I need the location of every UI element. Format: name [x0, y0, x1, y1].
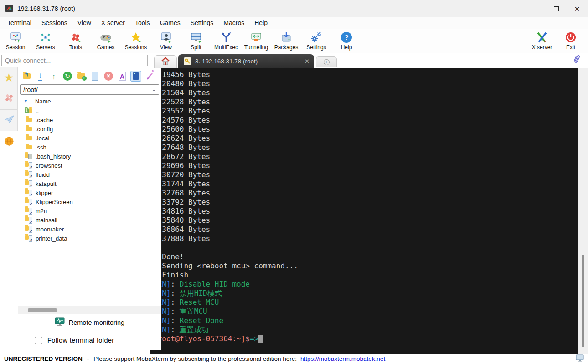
scrollbar-thumb[interactable] — [28, 308, 57, 312]
follow-terminal-folder-checkbox[interactable] — [35, 337, 42, 344]
mobatek-link[interactable]: https://mobaxterm.mobatek.net — [300, 355, 385, 362]
terminal-line: > Done! — [153, 252, 578, 261]
home-tab[interactable] — [154, 55, 177, 68]
tools-button[interactable]: Tools — [61, 29, 91, 53]
file-row[interactable]: printer_data — [25, 234, 161, 243]
file-list-header[interactable]: ▼ Name — [18, 96, 161, 106]
xserver-icon — [536, 31, 548, 43]
rename-icon[interactable]: A — [117, 71, 128, 82]
menu-item[interactable]: Terminal — [2, 17, 36, 29]
file-row[interactable]: moonraker — [25, 225, 161, 234]
file-row[interactable]: m2u — [25, 206, 161, 215]
file-name: .ssh — [36, 144, 46, 151]
file-name: katapult — [36, 180, 57, 187]
file-name: crowsnest — [36, 162, 62, 169]
new-file-icon[interactable] — [89, 71, 100, 82]
menu-item[interactable]: Games — [155, 17, 186, 29]
remote-monitoring-button[interactable]: Remote monitoring — [18, 314, 161, 331]
sftp-horizontal-scrollbar[interactable] — [18, 306, 161, 314]
unregistered-label: UNREGISTERED VERSION — [4, 355, 83, 362]
file-row[interactable]: katapult — [25, 179, 161, 188]
file-row[interactable]: crowsnest — [25, 161, 161, 170]
menu-item[interactable]: X server — [96, 17, 130, 29]
app-window: 192.168.31.78 (root) ✕ TerminalSessionsV… — [0, 0, 588, 364]
settings-button[interactable]: Settings — [301, 29, 331, 53]
menu-item[interactable]: Settings — [186, 17, 219, 29]
tunneling-icon — [250, 31, 262, 43]
status-monitor-icon — [576, 354, 584, 363]
wand-icon[interactable] — [144, 71, 155, 82]
view-button[interactable]: View — [151, 29, 181, 53]
xserver-button[interactable]: X server — [526, 29, 558, 53]
upload-icon[interactable]: ↑ — [48, 71, 59, 82]
menu-item[interactable]: Help — [249, 17, 273, 29]
scrollbar-thumb[interactable] — [582, 255, 584, 347]
terminal[interactable]: . 19456 Bytes. 20480 Bytes. 21504 Bytes.… — [150, 68, 578, 354]
new-folder-icon[interactable]: + — [76, 71, 87, 82]
packages-icon — [280, 31, 292, 43]
session-button[interactable]: Session — [0, 29, 31, 53]
multiexec-button[interactable]: MultiExec — [211, 29, 241, 53]
exit-button[interactable]: Exit — [558, 29, 583, 53]
file-row[interactable]: fluidd — [25, 170, 161, 179]
menu-item[interactable]: Macros — [218, 17, 249, 29]
file-icon — [25, 162, 32, 169]
sidebar-tab-sessions[interactable]: ★ — [0, 67, 18, 88]
menu-item[interactable]: Tools — [130, 17, 155, 29]
maximize-button[interactable] — [546, 0, 567, 17]
games-button[interactable]: Games — [91, 29, 121, 53]
paperclip-icon[interactable] — [572, 54, 581, 66]
active-session-tab[interactable]: 3. 192.168.31.78 (root) ✕ — [178, 54, 314, 68]
multiexec-icon — [220, 31, 232, 43]
path-dropdown[interactable]: /root/ ⌄ — [20, 84, 159, 95]
file-name: .local — [36, 135, 49, 142]
menubar: TerminalSessionsViewX serverToolsGamesSe… — [0, 17, 588, 29]
terminal-line: . 32768 Bytes — [153, 189, 578, 198]
maximize-icon — [554, 6, 559, 11]
file-row[interactable]: .ssh — [25, 143, 161, 152]
view-icon — [160, 31, 172, 43]
tunneling-button[interactable]: Tunneling — [241, 29, 271, 53]
file-row[interactable]: .cache — [25, 115, 161, 124]
refresh-icon[interactable]: ↻ — [62, 71, 73, 82]
file-row[interactable]: .. — [25, 106, 161, 115]
servers-button[interactable]: Servers — [31, 29, 61, 53]
sidebar-tab-tools[interactable] — [0, 88, 18, 110]
menu-item[interactable]: Sessions — [36, 17, 72, 29]
split-button[interactable]: Split — [181, 29, 211, 53]
terminal-scrollbar[interactable] — [578, 68, 588, 354]
sort-arrow-icon: ▼ — [24, 99, 28, 103]
delete-icon[interactable]: ✕ — [103, 71, 114, 82]
file-icon — [25, 127, 32, 131]
terminal-cursor — [258, 335, 263, 343]
help-button[interactable]: ? Help — [331, 29, 361, 53]
close-button[interactable]: ✕ — [567, 0, 588, 17]
file-icon — [25, 235, 32, 242]
macros-plane-icon — [4, 114, 15, 127]
quick-connect-input[interactable] — [1, 55, 148, 66]
file-row[interactable]: .config — [25, 124, 161, 133]
terminal-line: . 25600 Bytes — [153, 125, 578, 134]
file-name: .bash_history — [36, 153, 71, 160]
tab-close-icon[interactable]: ✕ — [304, 58, 309, 65]
file-row[interactable]: KlipperScreen — [25, 197, 161, 206]
packages-button[interactable]: Packages — [271, 29, 301, 53]
file-row[interactable]: mainsail — [25, 215, 161, 225]
minimize-button[interactable] — [525, 0, 546, 17]
sidebar-tab-sftp[interactable] — [0, 131, 18, 153]
menu-item[interactable]: View — [72, 17, 96, 29]
sidebar-tab-macros[interactable] — [0, 110, 18, 131]
go-up-folder-icon[interactable]: ↰ — [21, 71, 32, 82]
file-row[interactable]: .bash_history — [25, 152, 161, 161]
sessions-button[interactable]: Sessions — [121, 29, 151, 53]
file-row[interactable]: .local — [25, 133, 161, 143]
panel-toggle-icon[interactable] — [130, 71, 141, 82]
terminal-line: . 27648 Bytes — [153, 143, 578, 152]
plus-icon: + — [324, 59, 330, 65]
file-row[interactable]: klipper — [25, 188, 161, 197]
chevron-down-icon: ⌄ — [152, 87, 156, 92]
download-icon[interactable]: ↓ — [35, 71, 46, 82]
file-icon — [25, 154, 32, 159]
new-tab-button[interactable]: + — [316, 56, 337, 67]
file-name: KlipperScreen — [36, 199, 73, 205]
